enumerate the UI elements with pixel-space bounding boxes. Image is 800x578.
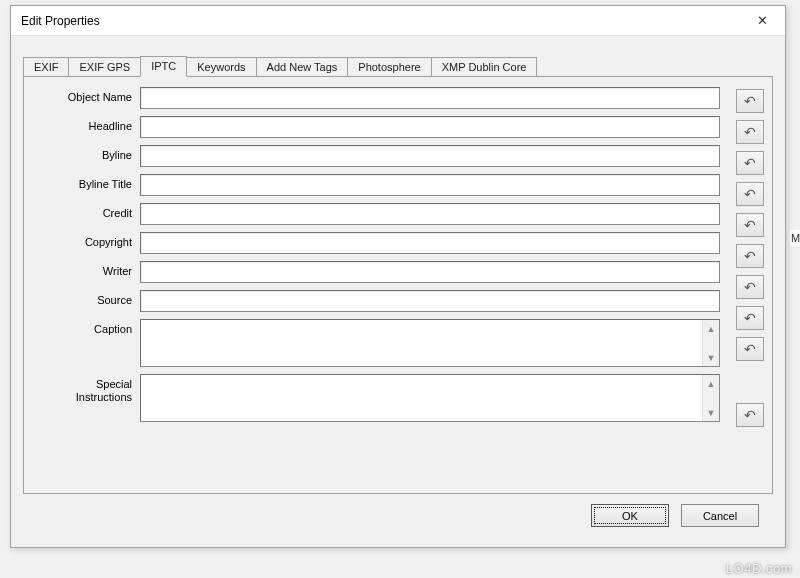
ok-button[interactable]: OK xyxy=(591,504,669,527)
tab-add-new-tags[interactable]: Add New Tags xyxy=(256,57,349,76)
close-icon: ✕ xyxy=(757,13,768,28)
undo-button-credit[interactable]: ↶ xyxy=(736,213,764,237)
label-credit: Credit xyxy=(32,203,140,220)
label-byline: Byline xyxy=(32,145,140,162)
textarea-wrap-special-instructions: ▲ ▼ xyxy=(140,374,720,422)
background-fragment: M xyxy=(790,230,800,246)
undo-button-caption[interactable]: ↶ xyxy=(736,337,764,361)
watermark: LO4D.com xyxy=(726,561,792,576)
input-object-name[interactable] xyxy=(140,87,720,109)
scrollbar-special-instructions: ▲ ▼ xyxy=(702,375,719,421)
close-button[interactable]: ✕ xyxy=(747,10,777,32)
textarea-wrap-caption: ▲ ▼ xyxy=(140,319,720,367)
label-source: Source xyxy=(32,290,140,307)
undo-icon: ↶ xyxy=(744,248,756,264)
form-body: Object Name Headline Byline Byline Title xyxy=(32,87,764,429)
window-title: Edit Properties xyxy=(21,14,100,28)
input-writer[interactable] xyxy=(140,261,720,283)
field-row-headline: Headline xyxy=(32,116,720,138)
tab-panel-iptc: Object Name Headline Byline Byline Title xyxy=(23,76,773,494)
textarea-special-instructions[interactable] xyxy=(141,375,702,421)
undo-button-headline[interactable]: ↶ xyxy=(736,120,764,144)
tab-photosphere[interactable]: Photosphere xyxy=(347,57,431,76)
label-copyright: Copyright xyxy=(32,232,140,249)
field-row-object-name: Object Name xyxy=(32,87,720,109)
undo-button-writer[interactable]: ↶ xyxy=(736,275,764,299)
field-row-byline: Byline xyxy=(32,145,720,167)
tab-xmp-dublin-core[interactable]: XMP Dublin Core xyxy=(431,57,538,76)
undo-button-source[interactable]: ↶ xyxy=(736,306,764,330)
tab-keywords[interactable]: Keywords xyxy=(186,57,256,76)
tab-strip: EXIF EXIF GPS IPTC Keywords Add New Tags… xyxy=(23,54,773,76)
label-object-name: Object Name xyxy=(32,87,140,104)
undo-column: ↶ ↶ ↶ ↶ ↶ ↶ ↶ ↶ ↶ ↶ xyxy=(728,87,764,429)
undo-icon: ↶ xyxy=(744,124,756,140)
input-credit[interactable] xyxy=(140,203,720,225)
field-row-credit: Credit xyxy=(32,203,720,225)
scrollbar-caption: ▲ ▼ xyxy=(702,320,719,366)
undo-icon: ↶ xyxy=(744,279,756,295)
scroll-up-icon[interactable]: ▲ xyxy=(703,320,719,337)
tab-exif-gps[interactable]: EXIF GPS xyxy=(68,57,141,76)
undo-button-special-instructions[interactable]: ↶ xyxy=(736,403,764,427)
label-special-instructions: Special Instructions xyxy=(32,374,140,404)
field-row-source: Source xyxy=(32,290,720,312)
scroll-up-icon[interactable]: ▲ xyxy=(703,375,719,392)
label-caption: Caption xyxy=(32,319,140,336)
input-byline-title[interactable] xyxy=(140,174,720,196)
dialog-content: EXIF EXIF GPS IPTC Keywords Add New Tags… xyxy=(11,36,785,535)
label-writer: Writer xyxy=(32,261,140,278)
undo-button-copyright[interactable]: ↶ xyxy=(736,244,764,268)
tab-iptc[interactable]: IPTC xyxy=(140,56,187,77)
scroll-down-icon[interactable]: ▼ xyxy=(703,349,719,366)
input-byline[interactable] xyxy=(140,145,720,167)
titlebar: Edit Properties ✕ xyxy=(11,6,785,36)
label-headline: Headline xyxy=(32,116,140,133)
scroll-down-icon[interactable]: ▼ xyxy=(703,404,719,421)
textarea-caption[interactable] xyxy=(141,320,702,366)
fields-column: Object Name Headline Byline Byline Title xyxy=(32,87,720,429)
field-row-byline-title: Byline Title xyxy=(32,174,720,196)
edit-properties-dialog: Edit Properties ✕ EXIF EXIF GPS IPTC Key… xyxy=(10,5,786,548)
tab-exif[interactable]: EXIF xyxy=(23,57,69,76)
undo-icon: ↶ xyxy=(744,310,756,326)
undo-button-byline[interactable]: ↶ xyxy=(736,151,764,175)
undo-icon: ↶ xyxy=(744,93,756,109)
field-row-caption: Caption ▲ ▼ xyxy=(32,319,720,367)
undo-icon: ↶ xyxy=(744,407,756,423)
input-source[interactable] xyxy=(140,290,720,312)
input-copyright[interactable] xyxy=(140,232,720,254)
dialog-button-row: OK Cancel xyxy=(23,494,773,527)
cancel-button[interactable]: Cancel xyxy=(681,504,759,527)
undo-button-object-name[interactable]: ↶ xyxy=(736,89,764,113)
undo-icon: ↶ xyxy=(744,217,756,233)
field-row-writer: Writer xyxy=(32,261,720,283)
input-headline[interactable] xyxy=(140,116,720,138)
label-byline-title: Byline Title xyxy=(32,174,140,191)
undo-icon: ↶ xyxy=(744,155,756,171)
undo-icon: ↶ xyxy=(744,341,756,357)
undo-icon: ↶ xyxy=(744,186,756,202)
undo-button-byline-title[interactable]: ↶ xyxy=(736,182,764,206)
field-row-copyright: Copyright xyxy=(32,232,720,254)
field-row-special-instructions: Special Instructions ▲ ▼ xyxy=(32,374,720,422)
